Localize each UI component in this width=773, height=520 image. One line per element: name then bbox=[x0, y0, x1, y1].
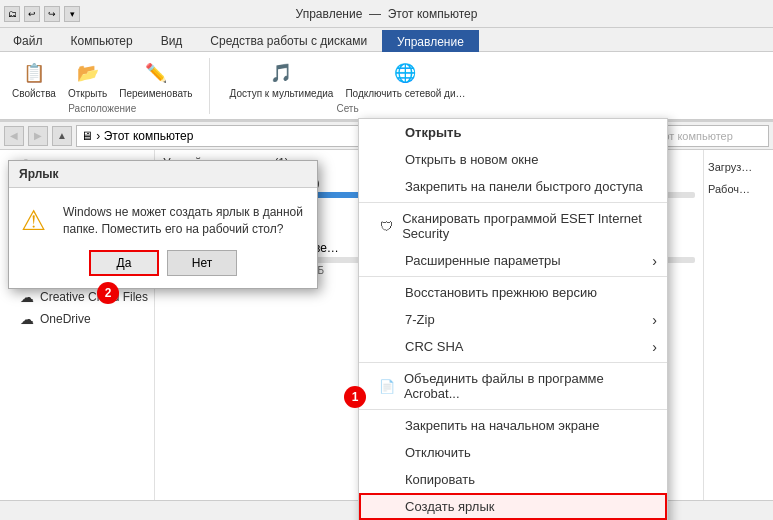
ctx-7zip[interactable]: 7-Zip bbox=[359, 306, 667, 333]
dialog-shortcut: Ярлык ⚠ Windows не может создать ярлык в… bbox=[8, 160, 318, 289]
back-button[interactable]: ◀ bbox=[4, 126, 24, 146]
creative-cloud-icon: ☁ bbox=[20, 289, 36, 305]
right-label-downloads: Загруз… bbox=[704, 156, 773, 178]
open-button[interactable]: 📂 Открыть bbox=[64, 57, 111, 101]
ctx-sep-4 bbox=[359, 409, 667, 410]
rename-label: Переименовать bbox=[119, 88, 192, 99]
ctx-acrobat[interactable]: 📄 Объединить файлы в программе Acrobat..… bbox=[359, 365, 667, 407]
media-icon: 🎵 bbox=[267, 59, 295, 87]
open-icon: 📂 bbox=[74, 59, 102, 87]
ctx-acrobat-icon: 📄 bbox=[379, 379, 396, 394]
ribbon-group-location: 📋 Свойства 📂 Открыть ✏️ Переименовать Ра… bbox=[8, 58, 210, 114]
quick-access-icon2[interactable]: ↪ bbox=[44, 6, 60, 22]
dialog-yes-button[interactable]: Да bbox=[89, 250, 159, 276]
ribbon-group-network: 🎵 Доступ к мультимедиа 🌐 Подключить сете… bbox=[226, 58, 482, 114]
ribbon-content: 📋 Свойства 📂 Открыть ✏️ Переименовать Ра… bbox=[0, 52, 773, 120]
ctx-pin-start[interactable]: Закрепить на начальном экране bbox=[359, 412, 667, 439]
tab-file[interactable]: Файл bbox=[0, 29, 56, 51]
app-icon: 🗂 bbox=[4, 6, 20, 22]
ctx-open[interactable]: Открыть bbox=[359, 119, 667, 146]
properties-button[interactable]: 📋 Свойства bbox=[8, 57, 60, 101]
sidebar-item-onedrive[interactable]: ☁ OneDrive bbox=[0, 308, 154, 330]
step-2-circle: 2 bbox=[97, 282, 119, 304]
quick-access-icon[interactable]: ↩ bbox=[24, 6, 40, 22]
media-label: Доступ к мультимедиа bbox=[230, 88, 334, 99]
ribbon-tabs: Файл Компьютер Вид Средства работы с дис… bbox=[0, 28, 773, 52]
sidebar-item-creative-cloud[interactable]: ☁ Creative Cloud Files bbox=[0, 286, 154, 308]
ribbon-buttons-location: 📋 Свойства 📂 Открыть ✏️ Переименовать bbox=[8, 57, 197, 101]
ctx-create-shortcut[interactable]: Создать ярлык bbox=[359, 493, 667, 520]
ctx-advanced[interactable]: Расширенные параметры bbox=[359, 247, 667, 274]
dialog-title: Ярлык bbox=[9, 161, 317, 188]
dialog-warning-icon: ⚠ bbox=[21, 204, 53, 237]
group-label-network: Сеть bbox=[336, 103, 358, 114]
tab-computer[interactable]: Компьютер bbox=[58, 29, 146, 51]
onedrive-icon: ☁ bbox=[20, 311, 36, 327]
ctx-sep-3 bbox=[359, 362, 667, 363]
ctx-sep-2 bbox=[359, 276, 667, 277]
open-label: Открыть bbox=[68, 88, 107, 99]
forward-button[interactable]: ▶ bbox=[28, 126, 48, 146]
step-1-circle: 1 bbox=[344, 386, 366, 408]
dialog-no-button[interactable]: Нет bbox=[167, 250, 237, 276]
network-label: Подключить сетевой ди… bbox=[345, 88, 465, 99]
ctx-eset[interactable]: 🛡 Сканировать программой ESET Internet S… bbox=[359, 205, 667, 247]
dialog-message: Windows не может создать ярлык в данной … bbox=[63, 204, 305, 238]
ctx-crc[interactable]: CRC SHA bbox=[359, 333, 667, 360]
ctx-restore[interactable]: Восстановить прежнюю версию bbox=[359, 279, 667, 306]
tab-disk-tools[interactable]: Средства работы с дисками bbox=[197, 29, 380, 51]
rename-button[interactable]: ✏️ Переименовать bbox=[115, 57, 196, 101]
group-label-location: Расположение bbox=[68, 103, 136, 114]
sidebar-label-creative-cloud: Creative Cloud Files bbox=[40, 290, 148, 304]
ctx-copy[interactable]: Копировать bbox=[359, 466, 667, 493]
network-icon: 🌐 bbox=[391, 59, 419, 87]
tab-view[interactable]: Вид bbox=[148, 29, 196, 51]
properties-icon: 📋 bbox=[20, 59, 48, 87]
ctx-pin-quick[interactable]: Закрепить на панели быстрого доступа bbox=[359, 173, 667, 200]
window-title: Управление — Этот компьютер bbox=[296, 7, 478, 21]
sidebar-label-onedrive: OneDrive bbox=[40, 312, 91, 326]
network-drive-button[interactable]: 🌐 Подключить сетевой ди… bbox=[341, 57, 469, 101]
title-bar-icons: 🗂 ↩ ↪ ▾ bbox=[4, 6, 80, 22]
ctx-eset-icon: 🛡 bbox=[379, 219, 394, 234]
properties-label: Свойства bbox=[12, 88, 56, 99]
tab-manage[interactable]: Управление bbox=[382, 30, 479, 52]
ctx-disconnect[interactable]: Отключить bbox=[359, 439, 667, 466]
media-access-button[interactable]: 🎵 Доступ к мультимедиа bbox=[226, 57, 338, 101]
context-menu: Открыть Открыть в новом окне Закрепить н… bbox=[358, 118, 668, 520]
dialog-buttons: Да Нет bbox=[9, 250, 317, 288]
right-labels: Загруз… Рабоч… bbox=[703, 150, 773, 502]
title-bar: 🗂 ↩ ↪ ▾ Управление — Этот компьютер bbox=[0, 0, 773, 28]
ribbon: Файл Компьютер Вид Средства работы с дис… bbox=[0, 28, 773, 122]
ctx-open-new-window[interactable]: Открыть в новом окне bbox=[359, 146, 667, 173]
up-button[interactable]: ▲ bbox=[52, 126, 72, 146]
dialog-body: ⚠ Windows не может создать ярлык в данно… bbox=[9, 188, 317, 250]
ribbon-buttons-network: 🎵 Доступ к мультимедиа 🌐 Подключить сете… bbox=[226, 57, 470, 101]
rename-icon: ✏️ bbox=[142, 59, 170, 87]
chevron-down-icon[interactable]: ▾ bbox=[64, 6, 80, 22]
ctx-sep-1 bbox=[359, 202, 667, 203]
right-label-desktop: Рабоч… bbox=[704, 178, 773, 200]
